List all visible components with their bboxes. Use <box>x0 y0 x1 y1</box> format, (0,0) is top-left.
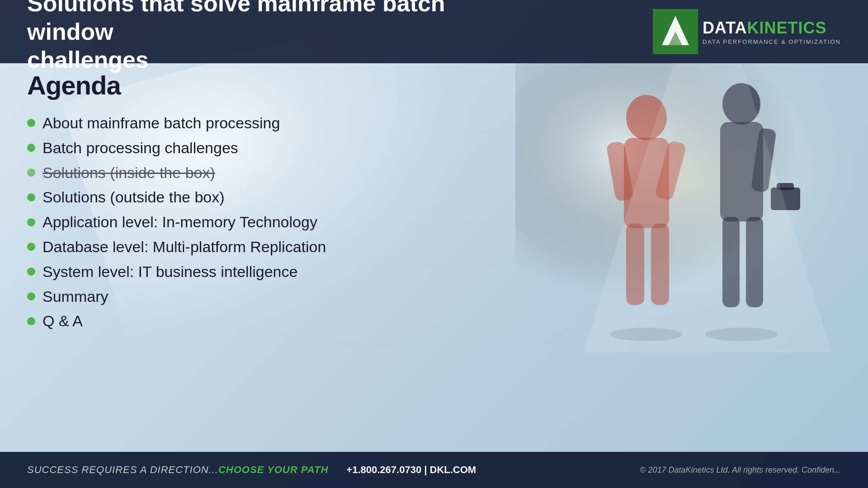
header: Solutions that solve mainframe batch win… <box>0 0 868 63</box>
logo-text-block: DATAKINETICS DATA PERFORMANCE & OPTIMIZA… <box>703 19 841 45</box>
bullet-7 <box>27 267 35 276</box>
agenda-item-4: Solutions (outside the box) <box>27 188 434 206</box>
footer-copyright: © 2017 DataKinetics Ltd. All rights rese… <box>640 465 841 475</box>
title-line2: challenges <box>27 47 149 73</box>
agenda-item-3: Solutions (inside the box) <box>27 164 434 182</box>
footer-left: SUCCESS REQUIRES A DIRECTION... CHOOSE Y… <box>27 464 476 476</box>
agenda-item-6: Database level: Multi-platform Replicati… <box>27 238 434 256</box>
agenda-item-8: Summary <box>27 287 434 306</box>
logo-icon-svg <box>653 9 698 54</box>
agenda-item-1-text: About mainframe batch processing <box>42 114 280 132</box>
footer: SUCCESS REQUIRES A DIRECTION... CHOOSE Y… <box>0 452 868 488</box>
agenda-item-7: System level: IT business intelligence <box>27 263 434 281</box>
right-image-area <box>515 63 868 352</box>
bullet-3 <box>27 169 35 177</box>
agenda-item-2: Batch processing challenges <box>27 139 434 157</box>
bullet-8 <box>27 292 35 300</box>
agenda-item-5-text: Application level: In-memory Technology <box>42 213 317 231</box>
footer-tagline-highlight: CHOOSE YOUR PATH <box>218 464 328 476</box>
agenda-item-6-text: Database level: Multi-platform Replicati… <box>42 238 326 256</box>
bullet-1 <box>27 119 35 127</box>
bullet-4 <box>27 193 35 202</box>
agenda-item-3-text: Solutions (inside the box) <box>42 164 215 182</box>
logo-tagline: DATA PERFORMANCE & OPTIMIZATION <box>703 38 841 45</box>
agenda-item-9-text: Q & A <box>42 312 83 330</box>
agenda-heading: Agenda <box>27 70 434 100</box>
bullet-6 <box>27 243 35 251</box>
agenda-list: About mainframe batch processing Batch p… <box>27 114 434 330</box>
header-title: Solutions that solve mainframe batch win… <box>27 0 457 74</box>
bullet-9 <box>27 317 35 325</box>
logo-kinetics-text: KINETICS <box>747 19 827 37</box>
agenda-item-5: Application level: In-memory Technology <box>27 213 434 231</box>
agenda-item-2-text: Batch processing challenges <box>42 139 238 157</box>
agenda-item-7-text: System level: IT business intelligence <box>42 263 297 281</box>
bullet-5 <box>27 218 35 226</box>
title-line1: Solutions that solve mainframe batch win… <box>27 0 445 45</box>
agenda-item-4-text: Solutions (outside the box) <box>42 188 225 206</box>
footer-tagline-plain: SUCCESS REQUIRES A DIRECTION... <box>27 464 218 476</box>
logo-data-text: DATA <box>703 19 747 37</box>
logo-name: DATAKINETICS <box>703 19 841 38</box>
bullet-2 <box>27 144 35 152</box>
footer-contact: +1.800.267.0730 | DKL.COM <box>346 464 476 476</box>
agenda-item-1: About mainframe batch processing <box>27 114 434 132</box>
main-content: Agenda About mainframe batch processing … <box>27 70 434 337</box>
agenda-item-9: Q & A <box>27 312 434 330</box>
agenda-item-8-text: Summary <box>42 287 108 306</box>
header-logo: DATAKINETICS DATA PERFORMANCE & OPTIMIZA… <box>653 9 841 54</box>
silhouette-svg <box>515 63 868 352</box>
